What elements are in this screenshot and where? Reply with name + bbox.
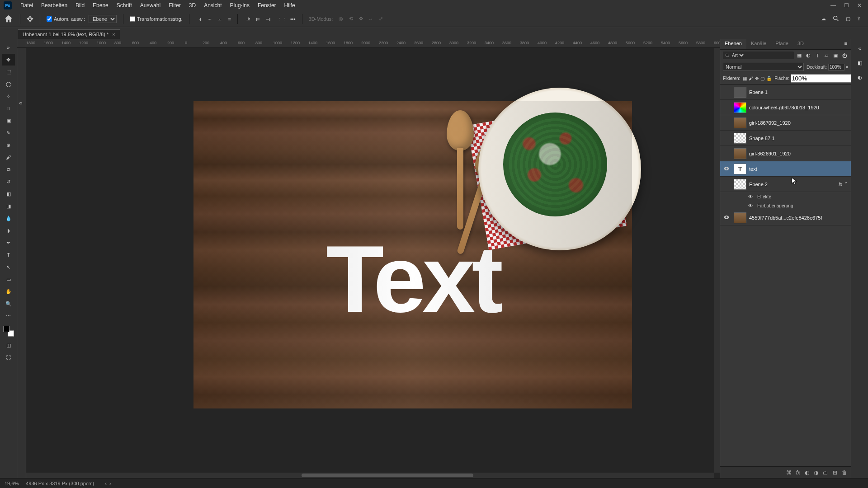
- status-prev-icon[interactable]: ‹: [105, 481, 107, 486]
- menu-auswahl[interactable]: Auswahl: [136, 2, 165, 9]
- cloud-docs-icon[interactable]: ☁: [821, 16, 826, 22]
- menu-filter[interactable]: Filter: [165, 2, 185, 9]
- document-tab[interactable]: Unbenannt-1 bei 19,6% (text, RGB/8) * ×: [18, 29, 120, 39]
- layer-thumbnail[interactable]: [734, 133, 746, 144]
- gradient-tool[interactable]: ◨: [2, 200, 15, 212]
- vertical-scrollbar[interactable]: [714, 48, 720, 473]
- home-icon[interactable]: [4, 14, 14, 24]
- align-center-h-icon[interactable]: ⫟: [206, 14, 215, 23]
- opacity-input[interactable]: [828, 64, 844, 70]
- canvas-document[interactable]: Text: [193, 101, 632, 408]
- filter-shape-icon[interactable]: ▱: [823, 52, 830, 59]
- layer-thumbnail[interactable]: [734, 87, 746, 98]
- opacity-dropdown-icon[interactable]: ▾: [846, 65, 848, 70]
- marquee-tool[interactable]: ⬚: [2, 66, 15, 78]
- eyedropper-tool[interactable]: ✎: [2, 127, 15, 139]
- menu-ansicht[interactable]: Ansicht: [200, 2, 226, 9]
- distribute-icon[interactable]: ≡: [228, 16, 231, 22]
- window-minimize-icon[interactable]: —: [830, 2, 836, 9]
- layer-row[interactable]: Ebene 1: [720, 84, 851, 100]
- status-next-icon[interactable]: ›: [109, 481, 111, 486]
- crop-tool[interactable]: ⌗: [2, 103, 15, 114]
- layer-thumbnail[interactable]: [734, 148, 746, 159]
- horizontal-scrollbar[interactable]: [26, 473, 714, 478]
- layer-visibility-icon[interactable]: [722, 214, 731, 221]
- menu-schrift[interactable]: Schrift: [113, 2, 136, 9]
- hand-tool[interactable]: ✋: [2, 286, 15, 297]
- link-layers-icon[interactable]: ⌘: [786, 469, 792, 476]
- search-icon[interactable]: [832, 15, 840, 23]
- path-select-tool[interactable]: ↖: [2, 261, 15, 273]
- zoom-tool[interactable]: 🔍: [2, 298, 15, 310]
- tab-3d[interactable]: 3D: [793, 39, 808, 49]
- align-bottom-icon[interactable]: ⫣: [264, 14, 273, 23]
- transform-controls-checkbox[interactable]: Transformationsstrg.: [130, 16, 182, 22]
- move-tool[interactable]: ✥: [2, 54, 15, 66]
- layer-thumbnail[interactable]: [734, 212, 746, 223]
- layer-row[interactable]: girl-1867092_1920: [720, 115, 851, 131]
- filter-toggle-icon[interactable]: ⏻: [841, 52, 848, 59]
- shape-tool[interactable]: ▭: [2, 273, 15, 285]
- lock-pixels-icon[interactable]: ▦: [743, 76, 747, 81]
- layer-visibility-icon[interactable]: [722, 165, 731, 173]
- color-swatches[interactable]: [2, 325, 15, 338]
- menu-bild[interactable]: Bild: [71, 2, 89, 9]
- quick-mask-icon[interactable]: ◫: [2, 339, 15, 351]
- filter-adjust-icon[interactable]: ◐: [805, 52, 812, 59]
- layer-row[interactable]: girl-3626901_1920: [720, 146, 851, 161]
- layer-thumbnail[interactable]: [734, 179, 746, 190]
- tab-kanale[interactable]: Kanäle: [746, 39, 771, 49]
- healing-brush-tool[interactable]: ⊕: [2, 139, 15, 151]
- menu-datei[interactable]: Datei: [16, 2, 37, 9]
- effect-visibility-icon[interactable]: 👁: [748, 194, 755, 199]
- layer-name[interactable]: colour-wheel-gb9f78d013_1920: [749, 105, 849, 110]
- move-tool-icon[interactable]: ✥: [27, 14, 33, 24]
- lock-position-icon[interactable]: ✥: [755, 76, 759, 81]
- canvas-area[interactable]: 1800160014001200100080060040020002004006…: [17, 39, 720, 478]
- layer-thumbnail[interactable]: [734, 102, 746, 113]
- pen-tool[interactable]: ✒: [2, 237, 15, 249]
- menu-bearbeiten[interactable]: Bearbeiten: [37, 2, 71, 9]
- align-top-icon[interactable]: ⫡: [244, 14, 253, 23]
- share-icon[interactable]: ⇪: [857, 16, 861, 22]
- window-maximize-icon[interactable]: ☐: [844, 2, 849, 9]
- layer-mask-icon[interactable]: ◐: [805, 469, 809, 476]
- layer-name[interactable]: girl-3626901_1920: [749, 151, 849, 156]
- collapse-toolbox-icon[interactable]: »: [2, 42, 15, 53]
- lock-all-icon[interactable]: 🔒: [766, 76, 772, 81]
- brush-tool[interactable]: 🖌: [2, 151, 15, 163]
- layer-name[interactable]: girl-1867092_1920: [749, 120, 849, 126]
- layer-row[interactable]: Ttext: [720, 161, 851, 177]
- layer-fx-badge[interactable]: fx: [839, 182, 842, 187]
- menu-3d[interactable]: 3D: [185, 2, 200, 9]
- auto-select-target[interactable]: Ebene: [89, 15, 117, 23]
- layer-filter-kind[interactable]: Art: [730, 52, 745, 58]
- fg-color-swatch[interactable]: [3, 326, 9, 332]
- layer-name[interactable]: text: [749, 166, 849, 172]
- frame-tool[interactable]: ▣: [2, 115, 15, 127]
- screen-mode-icon[interactable]: ⛶: [2, 352, 15, 363]
- layer-row[interactable]: 4559f777db5af...c2efe8428e675f: [720, 210, 851, 225]
- eraser-tool[interactable]: ◧: [2, 188, 15, 200]
- menu-plugins[interactable]: Plug-ins: [226, 2, 254, 9]
- layer-effect-item[interactable]: 👁Farbüberlagerung: [720, 201, 851, 210]
- new-layer-icon[interactable]: ⊞: [833, 469, 837, 476]
- blend-mode-select[interactable]: Normal: [723, 63, 804, 71]
- new-group-icon[interactable]: 🗀: [823, 469, 828, 476]
- delete-layer-icon[interactable]: 🗑: [842, 469, 847, 476]
- tab-pfade[interactable]: Pfade: [771, 39, 793, 49]
- dodge-tool[interactable]: ◗: [2, 225, 15, 236]
- adjustment-layer-icon[interactable]: ◑: [814, 469, 818, 476]
- history-brush-tool[interactable]: ↺: [2, 176, 15, 188]
- more-options-icon[interactable]: •••: [290, 16, 296, 22]
- align-middle-icon[interactable]: ⫢: [254, 14, 263, 23]
- align-left-icon[interactable]: ⫞: [196, 14, 205, 23]
- filter-type-icon[interactable]: T: [814, 52, 821, 59]
- edit-toolbar-icon[interactable]: ⋯: [2, 310, 15, 322]
- lock-artboard-icon[interactable]: ▢: [760, 76, 764, 81]
- clone-stamp-tool[interactable]: ⧉: [2, 164, 15, 175]
- filter-smart-icon[interactable]: ▣: [832, 52, 839, 59]
- properties-panel-icon[interactable]: ◧: [854, 57, 866, 69]
- magic-wand-tool[interactable]: ✧: [2, 90, 15, 102]
- adjustments-panel-icon[interactable]: ◐: [854, 71, 866, 83]
